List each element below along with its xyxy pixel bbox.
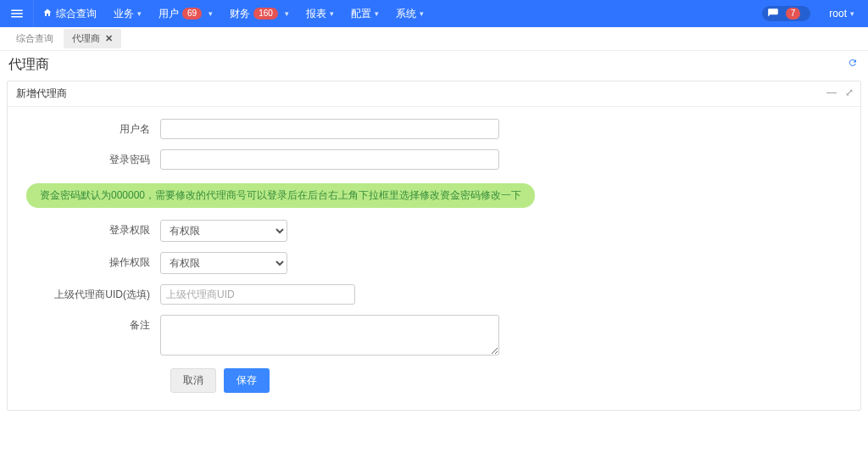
caret-down-icon: ▾ bbox=[420, 9, 424, 18]
panel-tools: — ⤢ bbox=[826, 87, 854, 98]
panel-new-agent: 新增代理商 — ⤢ 用户名 登录密码 资金密码默认为000000，需要修改的代理… bbox=[7, 81, 861, 411]
label-parent-uid: 上级代理商UID(选填) bbox=[8, 284, 160, 302]
nav-item-4[interactable]: 配置▾ bbox=[342, 0, 387, 27]
panel-expand-icon[interactable]: ⤢ bbox=[845, 87, 854, 98]
nav-item-label: 系统 bbox=[396, 7, 416, 21]
caret-down-icon: ▾ bbox=[209, 9, 213, 18]
chat-button[interactable]: 7 bbox=[762, 6, 811, 21]
page: 代理商 新增代理商 — ⤢ 用户名 登录密码 资金密码默认为000000，需要修… bbox=[0, 51, 868, 411]
nav-item-label: 报表 bbox=[306, 7, 326, 21]
tab-label: 代理商 bbox=[72, 32, 100, 45]
panel-minimize-icon[interactable]: — bbox=[826, 87, 837, 98]
user-menu[interactable]: root ▾ bbox=[821, 0, 868, 27]
label-op-perm: 操作权限 bbox=[8, 252, 160, 270]
tab-1[interactable]: 代理商✕ bbox=[64, 29, 121, 48]
caret-down-icon: ▾ bbox=[330, 9, 334, 18]
refresh-icon[interactable] bbox=[848, 56, 858, 71]
parent-uid-input[interactable] bbox=[160, 284, 355, 305]
tabs-bar: 综合查询代理商✕ bbox=[0, 27, 868, 51]
tab-0[interactable]: 综合查询 bbox=[8, 29, 62, 48]
label-login-perm: 登录权限 bbox=[8, 220, 160, 238]
label-password: 登录密码 bbox=[8, 149, 160, 167]
close-icon[interactable]: ✕ bbox=[105, 33, 113, 44]
remark-textarea[interactable] bbox=[160, 315, 499, 356]
panel-header: 新增代理商 — ⤢ bbox=[8, 81, 860, 107]
label-username: 用户名 bbox=[8, 119, 160, 137]
nav-item-label: 配置 bbox=[351, 7, 371, 21]
password-input[interactable] bbox=[160, 149, 499, 170]
label-remark: 备注 bbox=[8, 315, 160, 333]
caret-down-icon: ▾ bbox=[137, 9, 142, 18]
page-title-text: 代理商 bbox=[8, 57, 49, 71]
op-perm-select[interactable]: 有权限 bbox=[160, 252, 287, 274]
caret-down-icon: ▾ bbox=[850, 9, 854, 18]
panel-title: 新增代理商 bbox=[16, 87, 67, 99]
tab-label: 综合查询 bbox=[16, 32, 53, 45]
panel-body: 用户名 登录密码 资金密码默认为000000，需要修改的代理商号可以登录后在后台… bbox=[8, 107, 860, 410]
caret-down-icon: ▾ bbox=[285, 9, 289, 18]
caret-down-icon: ▾ bbox=[375, 9, 379, 18]
nav-item-label: 业务 bbox=[114, 7, 134, 21]
topbar: 综合查询 业务▾用户69▾财务160▾报表▾配置▾系统▾ 7 root ▾ bbox=[0, 0, 868, 27]
nav-badge: 69 bbox=[182, 8, 202, 20]
tip-bar: 资金密码默认为000000，需要修改的代理商号可以登录后在后台右上角下拉框里选择… bbox=[26, 183, 535, 208]
nav-item-2[interactable]: 财务160▾ bbox=[221, 0, 298, 27]
user-label: root bbox=[829, 8, 847, 20]
nav-item-3[interactable]: 报表▾ bbox=[298, 0, 342, 27]
nav-badge: 160 bbox=[253, 8, 278, 20]
home-icon bbox=[42, 8, 53, 20]
nav-item-0[interactable]: 业务▾ bbox=[105, 0, 150, 27]
hamburger-menu[interactable] bbox=[0, 0, 34, 27]
nav-home-label: 综合查询 bbox=[56, 7, 97, 21]
chat-badge: 7 bbox=[786, 8, 801, 20]
nav-home[interactable]: 综合查询 bbox=[34, 0, 105, 27]
login-perm-select[interactable]: 有权限 bbox=[160, 220, 287, 242]
username-input[interactable] bbox=[160, 119, 499, 139]
page-title: 代理商 bbox=[7, 51, 861, 81]
nav: 综合查询 业务▾用户69▾财务160▾报表▾配置▾系统▾ bbox=[34, 0, 432, 27]
cancel-button[interactable]: 取消 bbox=[170, 368, 216, 393]
save-button[interactable]: 保存 bbox=[224, 368, 270, 393]
nav-item-5[interactable]: 系统▾ bbox=[387, 0, 432, 27]
nav-item-label: 用户 bbox=[159, 7, 179, 21]
nav-item-1[interactable]: 用户69▾ bbox=[150, 0, 221, 27]
nav-item-label: 财务 bbox=[230, 7, 250, 21]
